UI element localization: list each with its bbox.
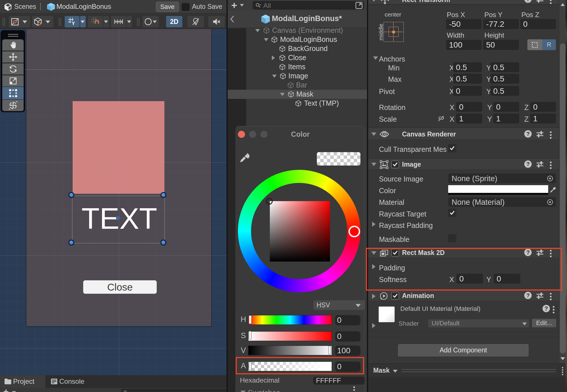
svg-text:Y: Y [72, 21, 75, 26]
